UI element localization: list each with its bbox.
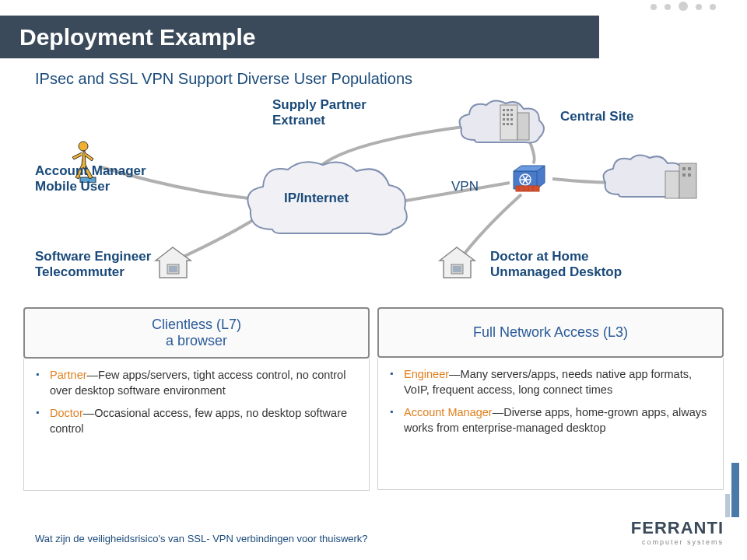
vpn-gateway-icon [510,159,552,194]
svg-rect-15 [510,123,513,125]
building-icon [494,101,533,144]
svg-rect-7 [503,114,505,116]
svg-rect-18 [682,167,686,170]
svg-rect-16 [665,171,679,198]
svg-rect-21 [688,173,691,177]
svg-rect-19 [688,167,691,170]
cloud-label: IP/Internet [284,191,349,206]
house-icon [436,245,479,280]
decorative-bar [731,463,739,517]
svg-rect-11 [507,118,509,121]
svg-rect-8 [507,114,509,116]
svg-rect-5 [507,109,509,111]
building-icon [661,159,700,202]
svg-rect-14 [507,123,509,125]
svg-rect-6 [510,109,513,111]
list-item: Account Manager—Diverse apps, home-grown… [398,405,711,436]
internet-cloud: IP/Internet [241,156,412,249]
central-site-label: Central Site [560,109,633,124]
access-table: Clientless (L7) a browser Partner—Few ap… [23,307,724,491]
network-diagram: IP/Internet [23,97,724,303]
house-icon [152,245,195,280]
svg-rect-13 [503,123,505,125]
col-body: Partner—Few apps/servers, tight access c… [23,359,370,491]
decorative-bar [725,494,730,517]
subtitle: IPsec and SSL VPN Support Diverse User P… [35,70,412,88]
svg-rect-10 [503,118,505,121]
table-col-clientless: Clientless (L7) a browser Partner—Few ap… [23,307,370,491]
col-body: Engineer—Many servers/apps, needs native… [377,358,724,490]
ferranti-logo: FERRANTI computer systems [631,518,724,546]
list-item: Engineer—Many servers/apps, needs native… [398,367,711,397]
supply-partner-label: Supply Partner Extranet [272,97,366,129]
engineer-label: Software Engineer Telecommuter [35,249,151,281]
list-item: Doctor—Occasional access, few apps, no d… [44,406,357,436]
svg-rect-23 [169,266,177,272]
decorative-dots [651,0,716,11]
svg-rect-3 [517,113,529,140]
svg-rect-9 [510,114,513,116]
col-header: Clientless (L7) a browser [23,307,370,359]
col-header: Full Network Access (L3) [377,307,724,358]
doctor-label: Doctor at Home Unmanaged Desktop [490,249,622,281]
svg-rect-12 [510,118,513,121]
account-manager-label: Account Manager Mobile User [35,163,146,195]
svg-rect-20 [682,173,686,177]
svg-rect-4 [503,109,505,111]
title-bar: Deployment Example [0,16,599,58]
page-title: Deployment Example [19,24,255,51]
svg-rect-25 [453,266,461,272]
list-item: Partner—Few apps/servers, tight access c… [44,368,357,398]
vpn-label: VPN [451,179,479,194]
svg-point-1 [79,142,88,151]
footer-text: Wat zijn de veiligheidsrisico's van SSL-… [35,533,368,544]
table-col-fullnetwork: Full Network Access (L3) Engineer—Many s… [377,307,724,491]
